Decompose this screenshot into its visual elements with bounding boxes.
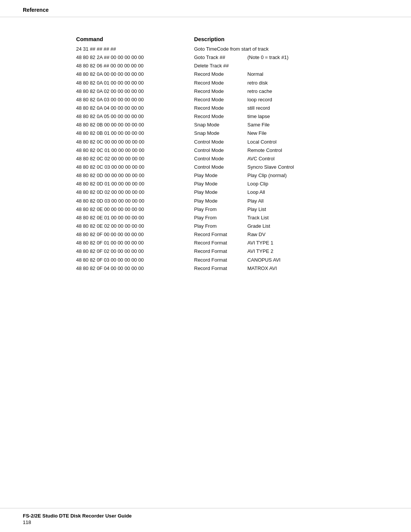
cell-desc-group: Snap ModeSame File	[194, 121, 388, 129]
cell-desc-value: still record	[247, 104, 388, 112]
cell-command: 48 80 82 0D 00 00 00 00 00 00	[76, 172, 194, 179]
cell-command: 48 80 82 0E 02 00 00 00 00 00	[76, 222, 194, 230]
cell-desc-cat: Play From	[194, 214, 247, 222]
cell-command: 48 80 82 0A 05 00 00 00 00 00	[76, 113, 194, 120]
cell-desc-cat: Record Format	[194, 265, 247, 272]
cell-desc-value	[247, 62, 388, 70]
table-row: 48 80 82 0F 02 00 00 00 00 00Record Form…	[76, 248, 388, 255]
cell-command: 48 80 82 0D 03 00 00 00 00 00	[76, 197, 194, 205]
col-command-header: Command	[76, 36, 194, 42]
cell-desc-value: time lapse	[247, 113, 388, 120]
cell-desc-group: Record FormatAVI TYPE 2	[194, 248, 388, 255]
page-footer: FS-2/2E Studio DTE Disk Recorder User Gu…	[0, 508, 411, 532]
cell-desc-group: Goto TimeCode from start of track	[194, 45, 388, 53]
table-row: 48 80 82 0D 01 00 00 00 00 00Play ModeLo…	[76, 180, 388, 188]
cell-desc-group: Control ModeAVC Control	[194, 155, 388, 163]
cell-desc-value: AVC Control	[247, 155, 388, 163]
cell-desc-value: (Note 0 = track #1)	[247, 54, 388, 61]
table-row: 24 31 ## ## ## ##Goto TimeCode from star…	[76, 45, 388, 53]
table-row: 48 80 82 0F 03 00 00 00 00 00Record Form…	[76, 256, 388, 264]
table-row: 48 80 82 0B 00 00 00 00 00 00Snap ModeSa…	[76, 121, 388, 129]
cell-desc-group: Play ModePlay Clip (normal)	[194, 172, 388, 179]
cell-desc-cat: Snap Mode	[194, 121, 247, 129]
cell-desc-cat: Snap Mode	[194, 129, 247, 137]
cell-desc-group: Record Moderetro disk	[194, 79, 388, 87]
cell-desc-group: Record FormatMATROX AVI	[194, 265, 388, 272]
cell-desc-value: Track List	[247, 214, 388, 222]
cell-desc-value: retro disk	[247, 79, 388, 87]
cell-desc-value: AVI TYPE 1	[247, 239, 388, 247]
cell-desc-cat: Record Mode	[194, 104, 247, 112]
cell-desc-cat: Play Mode	[194, 189, 247, 196]
cell-desc-group: Snap ModeNew File	[194, 129, 388, 137]
cell-command: 48 80 82 0D 02 00 00 00 00 00	[76, 189, 194, 196]
cell-desc-group: Play ModeLoop All	[194, 189, 388, 196]
cell-desc-cat: Control Mode	[194, 138, 247, 146]
table-row: 48 80 82 0E 02 00 00 00 00 00Play FromGr…	[76, 222, 388, 230]
cell-desc-cat: Play From	[194, 206, 247, 213]
cell-desc-group: Play ModePlay All	[194, 197, 388, 205]
cell-desc-group: Record Modetime lapse	[194, 113, 388, 120]
cell-desc-value: Grade List	[247, 222, 388, 230]
cell-desc-group: Control ModeLocal Control	[194, 138, 388, 146]
cell-command: 48 80 82 0F 02 00 00 00 00 00	[76, 248, 194, 255]
table-row: 48 80 82 0C 03 00 00 00 00 00Control Mod…	[76, 163, 388, 171]
cell-desc-value: Goto TimeCode from start of track	[194, 45, 388, 53]
table-row: 48 80 82 06 ## 00 00 00 00 00Delete Trac…	[76, 62, 388, 70]
cell-desc-group: Record FormatRaw DV	[194, 231, 388, 238]
col-description-header: Description	[194, 36, 388, 42]
cell-desc-group: Goto Track ##(Note 0 = track #1)	[194, 54, 388, 61]
table-row: 48 80 82 0F 04 00 00 00 00 00Record Form…	[76, 265, 388, 272]
cell-desc-group: Record Modestill record	[194, 104, 388, 112]
cell-command: 48 80 82 0E 00 00 00 00 00 00	[76, 206, 194, 213]
table-row: 48 80 82 0A 04 00 00 00 00 00Record Mode…	[76, 104, 388, 112]
cell-desc-value: Play All	[247, 197, 388, 205]
cell-command: 48 80 82 0C 03 00 00 00 00 00	[76, 163, 194, 171]
table-row: 48 80 82 2A ## 00 00 00 00 00Goto Track …	[76, 54, 388, 61]
cell-command: 48 80 82 0C 02 00 00 00 00 00	[76, 155, 194, 163]
cell-desc-cat: Record Format	[194, 248, 247, 255]
cell-desc-cat: Play Mode	[194, 197, 247, 205]
table-row: 48 80 82 0E 01 00 00 00 00 00Play FromTr…	[76, 214, 388, 222]
table-row: 48 80 82 0D 00 00 00 00 00 00Play ModePl…	[76, 172, 388, 179]
cell-desc-cat: Goto Track ##	[194, 54, 247, 61]
cell-desc-value: Normal	[247, 70, 388, 78]
cell-desc-cat: Play Mode	[194, 172, 247, 179]
table-body: 24 31 ## ## ## ##Goto TimeCode from star…	[76, 45, 388, 272]
cell-desc-value: MATROX AVI	[247, 265, 388, 272]
cell-desc-cat: Record Mode	[194, 88, 247, 95]
cell-desc-group: Record ModeNormal	[194, 70, 388, 78]
cell-desc-group: Control ModeSyncro Slave Control	[194, 163, 388, 171]
cell-command: 48 80 82 0A 04 00 00 00 00 00	[76, 104, 194, 112]
cell-command: 48 80 82 0F 04 00 00 00 00 00	[76, 265, 194, 272]
cell-desc-cat: Record Mode	[194, 70, 247, 78]
cell-desc-group: Play ModeLoop Clip	[194, 180, 388, 188]
cell-command: 48 80 82 2A ## 00 00 00 00 00	[76, 54, 194, 61]
cell-command: 48 80 82 0C 01 00 00 00 00 00	[76, 147, 194, 154]
cell-desc-cat: Control Mode	[194, 155, 247, 163]
cell-desc-value: AVI TYPE 2	[247, 248, 388, 255]
cell-desc-value: Play List	[247, 206, 388, 213]
table-row: 48 80 82 0D 02 00 00 00 00 00Play ModeLo…	[76, 189, 388, 196]
table-header: Command Description	[76, 36, 388, 42]
table-row: 48 80 82 0A 02 00 00 00 00 00Record Mode…	[76, 88, 388, 95]
cell-desc-value: New File	[247, 129, 388, 137]
cell-command: 48 80 82 0B 00 00 00 00 00 00	[76, 121, 194, 129]
cell-desc-cat: Play Mode	[194, 180, 247, 188]
cell-desc-value: retro cache	[247, 88, 388, 95]
cell-command: 48 80 82 0F 00 00 00 00 00 00	[76, 231, 194, 238]
cell-desc-group: Record Moderetro cache	[194, 88, 388, 95]
cell-desc-group: Play FromPlay List	[194, 206, 388, 213]
footer-page-number: 118	[23, 519, 132, 525]
cell-command: 48 80 82 0A 01 00 00 00 00 00	[76, 79, 194, 87]
cell-desc-cat: Play From	[194, 222, 247, 230]
cell-desc-value: Loop Clip	[247, 180, 388, 188]
cell-desc-group: Control ModeRemote Control	[194, 147, 388, 154]
cell-desc-cat: Record Format	[194, 239, 247, 247]
cell-desc-cat: Control Mode	[194, 147, 247, 154]
cell-command: 48 80 82 0A 03 00 00 00 00 00	[76, 96, 194, 104]
cell-desc-value: Same File	[247, 121, 388, 129]
table-row: 48 80 82 0F 01 00 00 00 00 00Record Form…	[76, 239, 388, 247]
cell-desc-cat: Record Mode	[194, 113, 247, 120]
cell-desc-group: Record Modeloop record	[194, 96, 388, 104]
